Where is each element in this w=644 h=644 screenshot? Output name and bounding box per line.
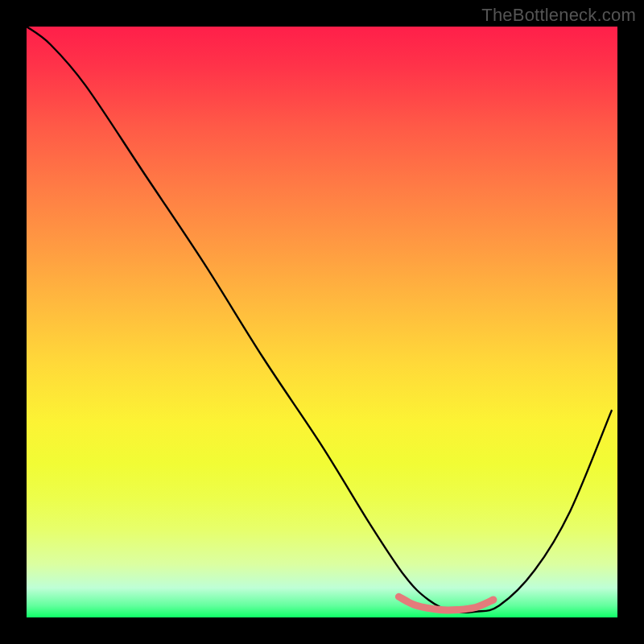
- highlight-segment: [398, 597, 493, 610]
- curve-layer: [27, 27, 617, 617]
- chart-frame: TheBottleneck.com: [0, 0, 644, 644]
- watermark-label: TheBottleneck.com: [481, 5, 636, 26]
- main-curve: [27, 27, 612, 613]
- plot-area: [27, 27, 617, 617]
